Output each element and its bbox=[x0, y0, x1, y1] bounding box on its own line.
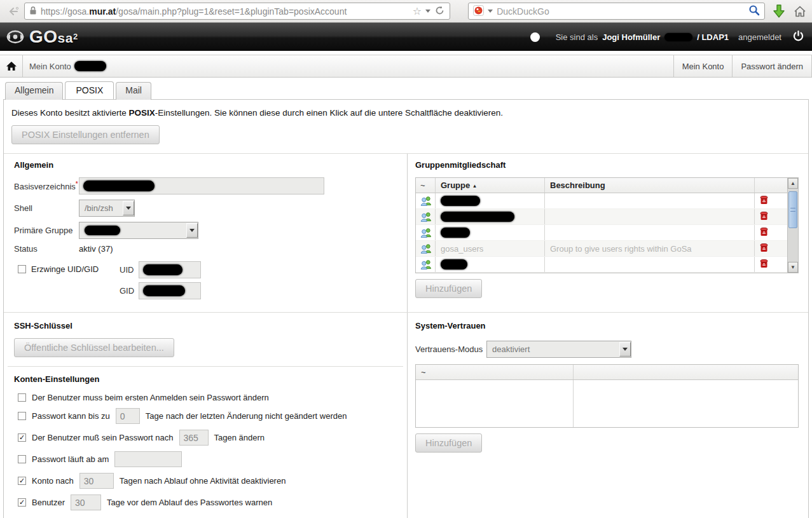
section-title-konten: Konten-Einstellungen bbox=[14, 374, 397, 384]
trust-mode-select[interactable]: deaktiviert bbox=[486, 341, 631, 358]
group-row bbox=[416, 209, 798, 225]
must-change-first-login-checkbox[interactable] bbox=[18, 393, 26, 402]
trust-column-header-icon[interactable]: ~ bbox=[416, 365, 573, 379]
password-expiry-date-input[interactable] bbox=[114, 451, 182, 467]
max-password-age-input[interactable] bbox=[179, 430, 209, 446]
ldap-server: / LDAP1 bbox=[697, 32, 729, 42]
column-header-actions bbox=[754, 178, 787, 193]
max-password-age-checkbox[interactable] bbox=[18, 433, 26, 442]
deactivate-after-checkbox[interactable] bbox=[18, 477, 26, 485]
column-header-beschreibung[interactable]: Beschreibung bbox=[544, 178, 754, 193]
search-engine-dropdown-icon[interactable] bbox=[488, 10, 493, 13]
status-value: aktiv (37) bbox=[79, 244, 113, 254]
add-trust-button[interactable]: Hinzufügen bbox=[415, 433, 482, 453]
duckduckgo-icon[interactable] bbox=[473, 5, 484, 18]
breadcrumb-path[interactable]: Mein Konto bbox=[23, 55, 106, 77]
max-password-age-label-pre: Der Benutzer muß sein Passwort nach bbox=[32, 433, 174, 442]
group-row bbox=[416, 225, 798, 241]
erzwinge-uid-gid-label: Erzwinge UID/GID bbox=[31, 264, 99, 274]
tab-allgemein[interactable]: Allgemein bbox=[5, 82, 63, 100]
search-bar[interactable] bbox=[468, 3, 765, 20]
erzwinge-uid-gid-checkbox[interactable] bbox=[18, 265, 26, 273]
password-expires-checkbox[interactable] bbox=[18, 455, 26, 463]
scrollbar-up-icon[interactable]: ▲ bbox=[788, 178, 798, 189]
mein-konto-button[interactable]: Mein Konto bbox=[673, 55, 733, 77]
tab-mail[interactable]: Mail bbox=[116, 82, 151, 100]
basisverzeichnis-label: Basisverzeichnis* bbox=[14, 181, 79, 191]
deactivate-after-label-post: Tagen nach Ablauf ohne Aktivität deaktiv… bbox=[120, 476, 286, 486]
passwort-aendern-button[interactable]: Passwort ändern bbox=[732, 55, 812, 77]
bookmark-star-icon[interactable]: ☆ bbox=[413, 6, 422, 17]
vertrauens-modus-label: Vertrauens-Modus bbox=[415, 344, 486, 354]
remove-posix-button[interactable]: POSIX Einstellungen entfernen bbox=[11, 125, 160, 144]
group-table-header: ~ Gruppe▴ Beschreibung bbox=[416, 178, 798, 193]
posix-panel: Dieses Konto besitzt aktivierte POSIX-Ei… bbox=[3, 99, 809, 518]
search-magnifier-icon[interactable] bbox=[748, 4, 760, 18]
section-title-ssh: SSH-Schlüssel bbox=[14, 321, 397, 331]
posix-info-text: Dieses Konto besitzt aktivierte POSIX-Ei… bbox=[4, 100, 808, 124]
section-title-vertrauen: System-Vertrauen bbox=[415, 321, 799, 331]
min-password-age-label-pre: Passwort kann bis zu bbox=[32, 411, 110, 421]
url-bar[interactable]: https://gosa.mur.at/gosa/main.php?plug=1… bbox=[24, 3, 450, 20]
redacted-username bbox=[74, 61, 106, 71]
delete-group-icon[interactable] bbox=[760, 195, 768, 207]
basisverzeichnis-input[interactable] bbox=[79, 177, 324, 194]
tab-posix[interactable]: POSIX bbox=[65, 81, 114, 99]
delete-group-icon[interactable] bbox=[760, 243, 768, 254]
url-dropdown-icon[interactable] bbox=[425, 10, 430, 13]
warn-before-expiry-checkbox[interactable] bbox=[18, 498, 26, 507]
app-header: GOsa2 Sie sind als Jogi Hofmüller / LDAP… bbox=[0, 23, 812, 51]
delete-group-icon[interactable] bbox=[760, 227, 768, 238]
add-group-button[interactable]: Hinzufügen bbox=[415, 279, 482, 298]
group-row bbox=[416, 193, 798, 209]
uid-input[interactable] bbox=[139, 261, 201, 278]
shell-select[interactable]: /bin/zsh bbox=[79, 200, 135, 217]
gid-label: GID bbox=[120, 286, 139, 296]
trust-column-header-empty bbox=[573, 365, 798, 379]
redacted-group-name bbox=[441, 259, 467, 269]
group-row bbox=[416, 257, 798, 273]
reload-icon[interactable] bbox=[434, 5, 445, 18]
group-icon bbox=[416, 257, 435, 272]
logout-power-icon[interactable] bbox=[792, 30, 804, 44]
browser-toolbar: https://gosa.mur.at/gosa/main.php?plug=1… bbox=[0, 0, 812, 23]
scrollbar-down-icon[interactable]: ▼ bbox=[788, 262, 798, 273]
must-change-first-login-label: Der Benutzer muss beim ersten Anmelden s… bbox=[32, 393, 269, 402]
download-icon[interactable] bbox=[772, 4, 786, 19]
warn-before-expiry-input[interactable] bbox=[71, 494, 101, 510]
deactivate-after-label-pre: Konto nach bbox=[32, 476, 74, 486]
redacted-group-name bbox=[441, 196, 480, 206]
breadcrumb-home-icon[interactable] bbox=[0, 55, 23, 77]
trust-table: ~ bbox=[415, 364, 799, 428]
delete-group-icon[interactable] bbox=[760, 211, 768, 222]
redacted-login bbox=[664, 33, 692, 41]
deactivate-after-input[interactable] bbox=[79, 473, 114, 489]
redacted-home-dir bbox=[83, 181, 155, 191]
warn-before-expiry-label-pre: Benutzer bbox=[32, 498, 65, 507]
gosa-logo-icon bbox=[5, 28, 25, 46]
group-icon bbox=[416, 193, 435, 208]
home-icon[interactable] bbox=[793, 5, 807, 18]
trust-mode-select-arrow-icon[interactable] bbox=[619, 342, 631, 357]
group-icon bbox=[416, 209, 435, 224]
group-table-scrollbar[interactable]: ▲ ▼ bbox=[787, 178, 798, 273]
min-password-age-checkbox[interactable] bbox=[18, 412, 26, 420]
delete-group-icon[interactable] bbox=[760, 259, 768, 270]
primary-group-select[interactable] bbox=[79, 222, 198, 239]
shell-select-arrow-icon[interactable] bbox=[123, 201, 134, 215]
url-text[interactable]: https://gosa.mur.at/gosa/main.php?plug=1… bbox=[41, 6, 409, 17]
column-header-icon[interactable]: ~ bbox=[416, 178, 435, 193]
column-header-gruppe[interactable]: Gruppe▴ bbox=[435, 178, 544, 193]
back-icon[interactable] bbox=[5, 3, 22, 20]
gosa-logo[interactable]: GOsa2 bbox=[5, 27, 78, 47]
section-title-gruppenmitgliedschaft: Gruppenmitgliedschaft bbox=[415, 160, 799, 170]
group-icon bbox=[416, 241, 435, 256]
primary-group-select-arrow-icon[interactable] bbox=[186, 223, 198, 238]
min-password-age-input[interactable] bbox=[116, 408, 140, 424]
scrollbar-thumb[interactable] bbox=[788, 191, 797, 228]
edit-ssh-keys-button[interactable]: Öffentliche Schlüssel bearbeiten... bbox=[14, 338, 174, 357]
gid-input[interactable] bbox=[139, 282, 201, 299]
lock-icon bbox=[29, 6, 37, 17]
search-input[interactable] bbox=[497, 6, 745, 17]
breadcrumb: Mein Konto Mein Konto Passwort ändern bbox=[0, 55, 812, 78]
